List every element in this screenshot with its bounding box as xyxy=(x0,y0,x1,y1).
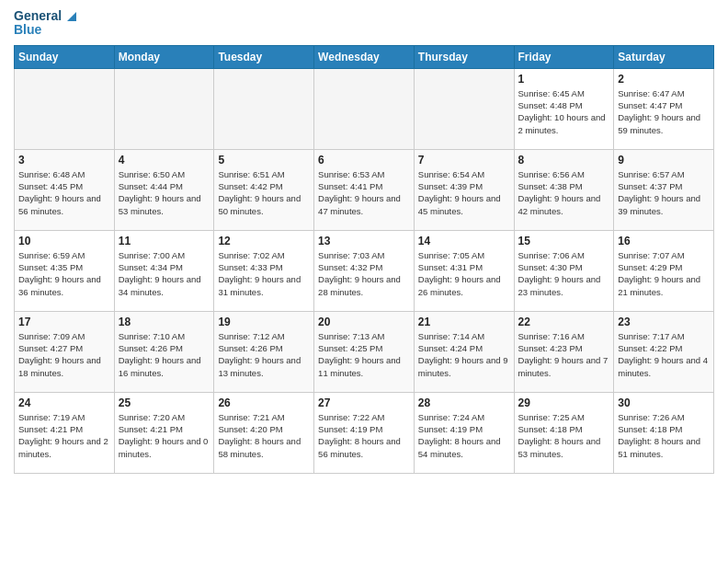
calendar-cell: 22Sunrise: 7:16 AM Sunset: 4:23 PM Dayli… xyxy=(514,311,614,392)
calendar-cell: 12Sunrise: 7:02 AM Sunset: 4:33 PM Dayli… xyxy=(214,230,314,311)
calendar-cell: 1Sunrise: 6:45 AM Sunset: 4:48 PM Daylig… xyxy=(514,68,614,149)
day-info: Sunrise: 7:22 AM Sunset: 4:19 PM Dayligh… xyxy=(318,411,410,460)
day-number: 26 xyxy=(218,396,310,409)
day-number: 9 xyxy=(618,154,710,167)
calendar-cell: 9Sunrise: 6:57 AM Sunset: 4:37 PM Daylig… xyxy=(614,149,714,230)
day-header-wednesday: Wednesday xyxy=(314,45,415,68)
day-info: Sunrise: 6:53 AM Sunset: 4:41 PM Dayligh… xyxy=(318,168,410,217)
calendar-week-0: 1Sunrise: 6:45 AM Sunset: 4:48 PM Daylig… xyxy=(15,68,714,149)
day-info: Sunrise: 6:57 AM Sunset: 4:37 PM Dayligh… xyxy=(618,168,710,217)
calendar-cell xyxy=(114,68,214,149)
day-number: 12 xyxy=(218,235,310,247)
day-info: Sunrise: 7:16 AM Sunset: 4:23 PM Dayligh… xyxy=(518,330,610,379)
day-number: 8 xyxy=(518,154,610,167)
calendar-cell: 11Sunrise: 7:00 AM Sunset: 4:34 PM Dayli… xyxy=(114,230,214,311)
day-info: Sunrise: 7:19 AM Sunset: 4:21 PM Dayligh… xyxy=(18,411,110,460)
calendar-cell: 2Sunrise: 6:47 AM Sunset: 4:47 PM Daylig… xyxy=(614,68,714,149)
day-number: 24 xyxy=(18,396,110,409)
day-info: Sunrise: 6:54 AM Sunset: 4:39 PM Dayligh… xyxy=(418,168,510,217)
calendar-cell: 5Sunrise: 6:51 AM Sunset: 4:42 PM Daylig… xyxy=(214,149,314,230)
day-info: Sunrise: 7:02 AM Sunset: 4:33 PM Dayligh… xyxy=(218,249,310,298)
calendar-week-3: 17Sunrise: 7:09 AM Sunset: 4:27 PM Dayli… xyxy=(15,311,714,392)
day-number: 13 xyxy=(318,235,410,247)
calendar-cell: 26Sunrise: 7:21 AM Sunset: 4:20 PM Dayli… xyxy=(214,392,314,473)
day-info: Sunrise: 7:07 AM Sunset: 4:29 PM Dayligh… xyxy=(618,249,710,298)
main-container: General Blue SundayMondayTuesdayWednesda… xyxy=(0,0,728,563)
calendar-cell xyxy=(314,68,415,149)
day-info: Sunrise: 7:12 AM Sunset: 4:26 PM Dayligh… xyxy=(218,330,310,379)
day-number: 29 xyxy=(518,396,610,409)
day-number: 4 xyxy=(119,154,210,167)
day-number: 11 xyxy=(119,235,210,247)
calendar-week-4: 24Sunrise: 7:19 AM Sunset: 4:21 PM Dayli… xyxy=(15,392,714,473)
calendar-week-1: 3Sunrise: 6:48 AM Sunset: 4:45 PM Daylig… xyxy=(15,149,714,230)
calendar-week-2: 10Sunrise: 6:59 AM Sunset: 4:35 PM Dayli… xyxy=(15,230,714,311)
day-info: Sunrise: 7:09 AM Sunset: 4:27 PM Dayligh… xyxy=(18,330,110,379)
calendar-cell: 13Sunrise: 7:03 AM Sunset: 4:32 PM Dayli… xyxy=(314,230,415,311)
day-info: Sunrise: 7:17 AM Sunset: 4:22 PM Dayligh… xyxy=(618,330,710,379)
calendar-cell: 19Sunrise: 7:12 AM Sunset: 4:26 PM Dayli… xyxy=(214,311,314,392)
calendar-cell: 17Sunrise: 7:09 AM Sunset: 4:27 PM Dayli… xyxy=(15,311,115,392)
calendar-cell: 15Sunrise: 7:06 AM Sunset: 4:30 PM Dayli… xyxy=(514,230,614,311)
calendar-cell: 27Sunrise: 7:22 AM Sunset: 4:19 PM Dayli… xyxy=(314,392,415,473)
day-header-sunday: Sunday xyxy=(15,45,115,68)
day-number: 15 xyxy=(518,235,610,247)
day-number: 28 xyxy=(418,396,510,409)
calendar-cell: 16Sunrise: 7:07 AM Sunset: 4:29 PM Dayli… xyxy=(614,230,714,311)
day-info: Sunrise: 7:26 AM Sunset: 4:18 PM Dayligh… xyxy=(618,411,710,460)
day-number: 25 xyxy=(119,396,210,409)
day-info: Sunrise: 7:20 AM Sunset: 4:21 PM Dayligh… xyxy=(119,411,210,460)
day-info: Sunrise: 7:10 AM Sunset: 4:26 PM Dayligh… xyxy=(119,330,210,379)
calendar-cell: 7Sunrise: 6:54 AM Sunset: 4:39 PM Daylig… xyxy=(414,149,514,230)
logo-text: General Blue xyxy=(14,9,76,38)
calendar-cell: 24Sunrise: 7:19 AM Sunset: 4:21 PM Dayli… xyxy=(15,392,115,473)
day-number: 18 xyxy=(119,316,210,328)
day-number: 2 xyxy=(618,73,710,86)
day-number: 21 xyxy=(418,316,510,328)
calendar-cell: 30Sunrise: 7:26 AM Sunset: 4:18 PM Dayli… xyxy=(614,392,714,473)
calendar-cell: 28Sunrise: 7:24 AM Sunset: 4:19 PM Dayli… xyxy=(414,392,514,473)
day-number: 27 xyxy=(318,396,410,409)
day-info: Sunrise: 7:13 AM Sunset: 4:25 PM Dayligh… xyxy=(318,330,410,379)
calendar-cell: 4Sunrise: 6:50 AM Sunset: 4:44 PM Daylig… xyxy=(114,149,214,230)
day-info: Sunrise: 7:25 AM Sunset: 4:18 PM Dayligh… xyxy=(518,411,610,460)
day-number: 14 xyxy=(418,235,510,247)
day-number: 10 xyxy=(18,235,110,247)
calendar-table: SundayMondayTuesdayWednesdayThursdayFrid… xyxy=(14,45,714,474)
day-header-thursday: Thursday xyxy=(414,45,514,68)
calendar-cell: 20Sunrise: 7:13 AM Sunset: 4:25 PM Dayli… xyxy=(314,311,415,392)
calendar-cell: 3Sunrise: 6:48 AM Sunset: 4:45 PM Daylig… xyxy=(15,149,115,230)
header: General Blue xyxy=(14,9,714,38)
day-header-saturday: Saturday xyxy=(614,45,714,68)
day-number: 16 xyxy=(618,235,710,247)
calendar-cell: 14Sunrise: 7:05 AM Sunset: 4:31 PM Dayli… xyxy=(414,230,514,311)
calendar-cell xyxy=(214,68,314,149)
day-info: Sunrise: 7:24 AM Sunset: 4:19 PM Dayligh… xyxy=(418,411,510,460)
calendar-header-row: SundayMondayTuesdayWednesdayThursdayFrid… xyxy=(15,45,714,68)
day-number: 17 xyxy=(18,316,110,328)
day-header-friday: Friday xyxy=(514,45,614,68)
day-number: 7 xyxy=(418,154,510,167)
day-number: 20 xyxy=(318,316,410,328)
day-info: Sunrise: 6:48 AM Sunset: 4:45 PM Dayligh… xyxy=(18,168,110,217)
day-info: Sunrise: 7:00 AM Sunset: 4:34 PM Dayligh… xyxy=(119,249,210,298)
day-number: 1 xyxy=(518,73,610,86)
day-number: 6 xyxy=(318,154,410,167)
calendar-cell: 6Sunrise: 6:53 AM Sunset: 4:41 PM Daylig… xyxy=(314,149,415,230)
calendar-cell: 10Sunrise: 6:59 AM Sunset: 4:35 PM Dayli… xyxy=(15,230,115,311)
day-info: Sunrise: 7:21 AM Sunset: 4:20 PM Dayligh… xyxy=(218,411,310,460)
day-info: Sunrise: 6:45 AM Sunset: 4:48 PM Dayligh… xyxy=(518,87,610,136)
day-header-monday: Monday xyxy=(114,45,214,68)
logo: General Blue xyxy=(14,9,76,38)
day-info: Sunrise: 7:03 AM Sunset: 4:32 PM Dayligh… xyxy=(318,249,410,298)
day-number: 3 xyxy=(18,154,110,167)
day-number: 22 xyxy=(518,316,610,328)
calendar-cell: 23Sunrise: 7:17 AM Sunset: 4:22 PM Dayli… xyxy=(614,311,714,392)
day-info: Sunrise: 6:59 AM Sunset: 4:35 PM Dayligh… xyxy=(18,249,110,298)
calendar-cell xyxy=(15,68,115,149)
day-info: Sunrise: 6:51 AM Sunset: 4:42 PM Dayligh… xyxy=(218,168,310,217)
day-info: Sunrise: 6:56 AM Sunset: 4:38 PM Dayligh… xyxy=(518,168,610,217)
day-info: Sunrise: 6:47 AM Sunset: 4:47 PM Dayligh… xyxy=(618,87,710,136)
calendar-cell xyxy=(414,68,514,149)
calendar-cell: 18Sunrise: 7:10 AM Sunset: 4:26 PM Dayli… xyxy=(114,311,214,392)
